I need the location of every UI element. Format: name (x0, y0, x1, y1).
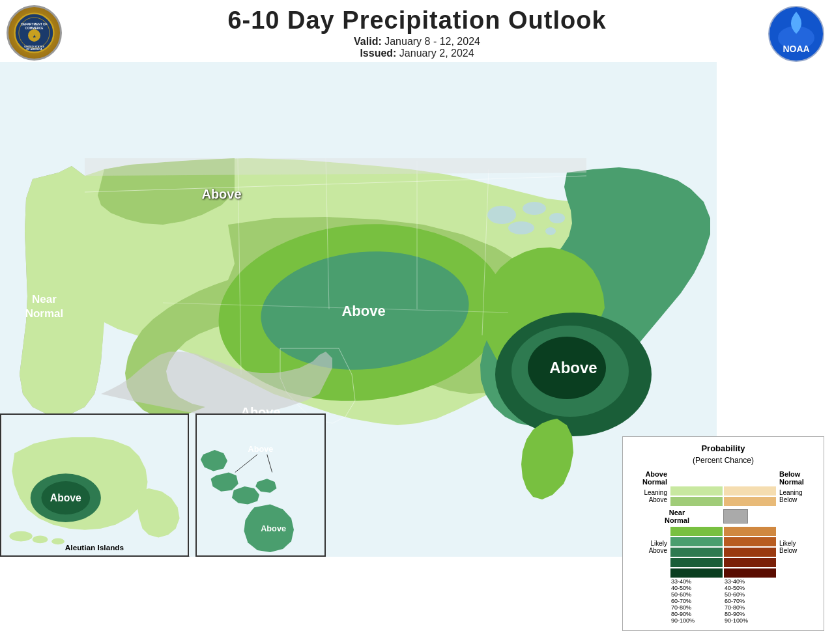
svg-text:Above: Above (341, 303, 385, 319)
svg-point-24 (487, 206, 516, 224)
above-header-left: Above Normal (631, 470, 670, 486)
legend-title: Probability (631, 443, 816, 453)
likely-above-label: LikelyAbove (631, 526, 670, 568)
svg-text:Above: Above (248, 444, 274, 454)
hawaii-inset: Above Above (195, 413, 326, 557)
svg-text:Near: Near (32, 293, 57, 305)
page-title: 6-10 Day Precipitation Outlook (0, 7, 834, 35)
svg-text:Above: Above (201, 187, 241, 201)
svg-text:Above: Above (50, 492, 81, 503)
svg-text:Above: Above (261, 524, 286, 533)
leaning-below-label: LeaningBelow (777, 486, 816, 507)
svg-text:NOAA: NOAA (783, 44, 809, 54)
svg-point-27 (508, 221, 534, 234)
svg-point-40 (51, 538, 65, 544)
valid-date: Valid: January 8 - 12, 2024 (0, 36, 834, 48)
main-map-container: Above Above Above Above Near Normal (0, 62, 717, 557)
svg-text:OF AMERICA: OF AMERICA (26, 48, 42, 51)
legend: Probability (Percent Chance) Above Norma… (622, 436, 824, 631)
near-normal-label: NearNormal (631, 507, 723, 526)
page-header: 6-10 Day Precipitation Outlook Valid: Ja… (0, 0, 834, 62)
svg-point-25 (523, 202, 546, 215)
svg-point-28 (545, 227, 556, 235)
svg-text:DEPARTMENT OF: DEPARTMENT OF (21, 23, 47, 26)
svg-text:Above: Above (549, 359, 597, 376)
svg-point-26 (549, 213, 565, 223)
aleutian-label: Aleutian Islands (65, 543, 124, 552)
likely-below-label: LikelyBelow (777, 526, 816, 568)
alaska-inset: Above Aleutian Islands (0, 413, 189, 557)
leaning-above-label: LeaningAbove (631, 486, 670, 507)
svg-text:Normal: Normal (25, 307, 64, 320)
noaa-logo: NOAA (768, 5, 826, 64)
legend-subtitle: (Percent Chance) (631, 456, 816, 465)
issued-date: Issued: January 2, 2024 (0, 48, 834, 59)
doc-seal: DEPARTMENT OF COMMERCE ★ UNITED STATES O… (7, 5, 62, 61)
below-header-right: Below Normal (777, 470, 816, 486)
svg-point-39 (33, 536, 48, 544)
svg-point-38 (9, 531, 32, 542)
